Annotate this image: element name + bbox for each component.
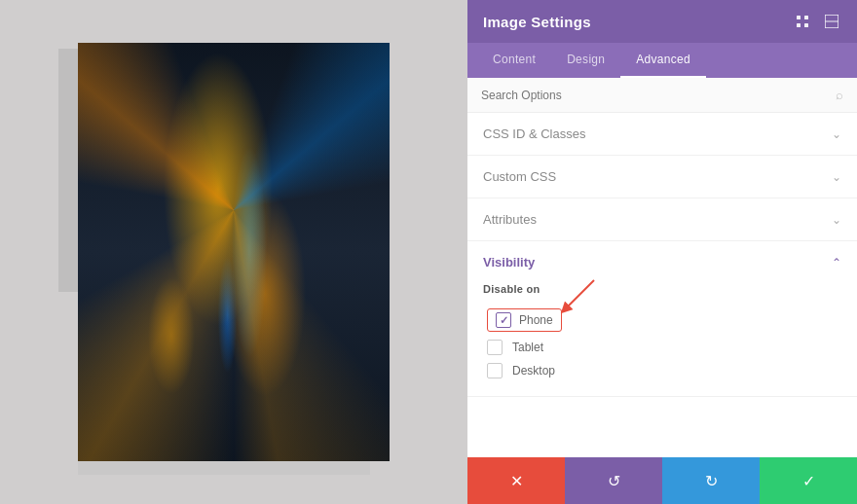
section-custom-css[interactable]: Custom CSS ⌄	[467, 156, 857, 198]
svg-rect-2	[797, 23, 801, 27]
close-icon: ✕	[510, 472, 523, 490]
check-icon: ✓	[802, 472, 815, 490]
tab-content[interactable]: Content	[477, 43, 551, 78]
settings-icon[interactable]	[793, 12, 812, 31]
search-bar: ⌕	[467, 78, 857, 113]
phone-checkbox[interactable]: ✓	[496, 312, 511, 328]
check-icon: ✓	[500, 314, 508, 327]
panel-title: Image Settings	[483, 14, 591, 30]
option-row-phone: ✓ Phone	[487, 305, 841, 336]
svg-rect-1	[804, 16, 808, 19]
svg-rect-0	[797, 16, 801, 19]
grid-icon[interactable]	[822, 12, 841, 31]
undo-icon: ↺	[608, 472, 620, 490]
option-row-desktop: Desktop	[487, 359, 841, 382]
settings-panel: Image Settings	[467, 0, 857, 504]
visibility-options: ✓ Phone	[483, 305, 841, 382]
redo-icon: ↻	[705, 472, 718, 490]
visibility-title: Visibility	[483, 255, 535, 270]
disable-on-label: Disable on	[483, 283, 841, 295]
tablet-label: Tablet	[512, 341, 543, 354]
section-custom-css-label: Custom CSS	[483, 169, 556, 184]
desktop-checkbox[interactable]	[487, 363, 503, 378]
tablet-checkbox[interactable]	[487, 340, 503, 355]
tab-design[interactable]: Design	[551, 43, 620, 78]
main-container: Image Settings	[0, 0, 857, 504]
bottom-toolbar: ✕ ↺ ↻ ✓	[467, 457, 857, 504]
chevron-down-icon-2: ⌄	[832, 170, 841, 184]
save-button[interactable]: ✓	[760, 457, 857, 504]
section-css-id-label: CSS ID & Classes	[483, 126, 585, 141]
chevron-down-icon-3: ⌄	[832, 213, 841, 227]
redo-button[interactable]: ↻	[662, 457, 760, 504]
svg-rect-3	[804, 23, 808, 27]
panel-header: Image Settings	[467, 0, 857, 43]
panel-header-icons	[793, 12, 841, 31]
tab-advanced[interactable]: Advanced	[620, 43, 706, 78]
section-css-id[interactable]: CSS ID & Classes ⌄	[467, 113, 857, 156]
visibility-section: Visibility ⌃ Disable on ✓ Phone	[467, 241, 857, 397]
section-attributes-label: Attributes	[483, 212, 537, 227]
visibility-header[interactable]: Visibility ⌃	[483, 255, 841, 270]
reset-button[interactable]: ↺	[565, 457, 662, 504]
close-button[interactable]: ✕	[467, 457, 565, 504]
phone-label: Phone	[519, 313, 553, 327]
image-wrapper	[78, 43, 390, 461]
section-attributes[interactable]: Attributes ⌄	[467, 198, 857, 241]
option-row-tablet: Tablet	[487, 336, 841, 359]
tabs-bar: Content Design Advanced	[467, 43, 857, 78]
phone-option-highlighted: ✓ Phone	[487, 308, 562, 332]
chevron-up-icon: ⌃	[832, 256, 841, 270]
spacer	[467, 397, 857, 457]
search-input[interactable]	[481, 89, 836, 102]
search-icon: ⌕	[836, 88, 843, 102]
image-area	[0, 0, 467, 504]
road-image	[78, 43, 390, 461]
chevron-down-icon: ⌄	[832, 127, 841, 141]
desktop-label: Desktop	[512, 364, 555, 378]
